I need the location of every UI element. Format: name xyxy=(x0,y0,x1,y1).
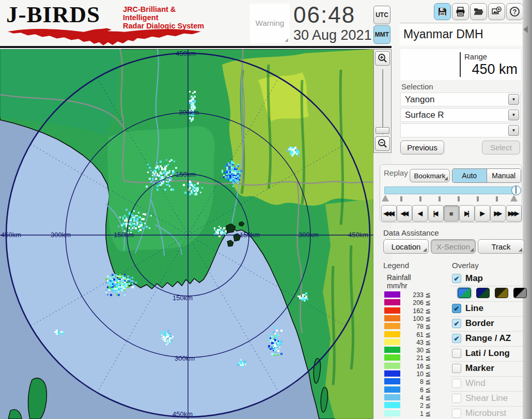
select-button[interactable]: Select xyxy=(482,141,520,154)
divider xyxy=(0,46,392,48)
panel-collapse-icon[interactable] xyxy=(523,26,528,33)
overlay-item-lati-long[interactable]: Lati / Long xyxy=(452,348,523,360)
jbirds-logo: J-BIRDS JRC-Brilliant & Intelligent Rada… xyxy=(5,1,208,46)
checkbox[interactable]: ✔ xyxy=(452,304,461,313)
jump-end-button[interactable]: ▶▶▶ xyxy=(506,205,522,222)
divider xyxy=(450,286,523,286)
overlay-item-border[interactable]: ✔Border xyxy=(452,318,523,330)
bookmark-button[interactable]: Bookmark xyxy=(410,169,450,182)
dropdown-extra[interactable]: ▼ xyxy=(400,123,521,137)
legend-value: 43 ≦ xyxy=(402,338,431,346)
map-style-gray[interactable] xyxy=(513,288,527,298)
checkbox[interactable] xyxy=(452,349,461,358)
data-assistance-label: Data Assistance xyxy=(383,228,439,237)
svg-text:450km: 450km xyxy=(1,231,21,239)
track-button[interactable]: Track xyxy=(478,239,524,254)
stop-button[interactable]: ■ xyxy=(444,205,459,222)
magnifier-minus-icon xyxy=(377,138,388,149)
timeline-end-marker[interactable] xyxy=(510,195,518,201)
zoom-out-button[interactable] xyxy=(375,136,390,151)
zoom-slider-track[interactable] xyxy=(382,69,383,134)
legend-value: 21 ≦ xyxy=(402,354,431,362)
legend-value: 206 ≦ xyxy=(402,299,431,306)
svg-text:450km: 450km xyxy=(173,410,193,418)
jump-start-button[interactable]: ◀◀◀ xyxy=(381,205,397,222)
print-button[interactable] xyxy=(452,3,469,20)
overlay-item-marker[interactable]: Marker xyxy=(452,363,523,375)
open-file-button[interactable] xyxy=(470,3,487,20)
divider xyxy=(460,52,461,77)
menu-corner-icon xyxy=(444,177,448,180)
timeline-tick xyxy=(419,196,421,201)
chevron-down-icon[interactable]: ▼ xyxy=(508,110,519,120)
map-style-olive[interactable] xyxy=(495,288,508,298)
save-button[interactable] xyxy=(434,3,451,20)
overlay-item-map[interactable]: ✔Map xyxy=(452,273,523,285)
checkbox[interactable]: ✔ xyxy=(452,334,461,343)
dropdown-product[interactable]: Surface R ▼ xyxy=(400,108,521,122)
location-button[interactable]: Location xyxy=(383,239,429,254)
checkbox[interactable]: ✔ xyxy=(452,319,461,328)
zoom-slider-thumb[interactable] xyxy=(375,127,389,134)
mmt-button[interactable]: MMT xyxy=(373,25,390,44)
warning-panel[interactable]: Warning xyxy=(250,4,290,43)
divider xyxy=(450,406,523,407)
chevron-down-icon[interactable]: ▼ xyxy=(508,125,519,136)
checkbox[interactable]: ✔ xyxy=(452,274,461,283)
legend-label: Legend xyxy=(383,261,409,270)
checkbox[interactable] xyxy=(452,364,461,373)
legend-swatch xyxy=(384,410,400,416)
divider xyxy=(450,376,523,377)
timeline-slider[interactable] xyxy=(384,187,517,194)
question-mark-icon: ? xyxy=(510,7,520,17)
manual-mode-button[interactable]: Manual xyxy=(487,169,521,182)
legend-swatch xyxy=(384,339,400,345)
svg-text:150km: 150km xyxy=(176,170,196,178)
map-style-night[interactable] xyxy=(476,288,490,298)
divider xyxy=(450,361,523,362)
overlay-item-microburst[interactable]: Microburst xyxy=(452,408,523,419)
legend-entry: 162 ≦ xyxy=(383,307,440,315)
overlay-item-range-az[interactable]: ✔Range / AZ xyxy=(452,333,523,345)
radar-map[interactable]: 450km 300km 150km 450km 300km 150km 150k… xyxy=(0,49,373,419)
legend-swatch xyxy=(384,291,400,298)
radar-map-canvas: 450km 300km 150km 450km 300km 150km 150k… xyxy=(0,49,373,419)
legend-swatch xyxy=(384,347,400,353)
legend-swatch xyxy=(384,386,400,393)
overlay-item-wind[interactable]: Wind xyxy=(452,378,523,390)
replay-label: Replay xyxy=(384,168,408,177)
play-button[interactable]: ▶ xyxy=(475,205,490,222)
svg-text:450km: 450km xyxy=(348,231,368,239)
x-section-button[interactable]: X-Section xyxy=(431,239,476,254)
zoom-in-button[interactable] xyxy=(375,51,390,66)
dropdown-site[interactable]: Yangon ▼ xyxy=(400,92,521,106)
legend-unit: Rainfall xyxy=(387,273,411,282)
fast-rewind-button[interactable]: ◀◀ xyxy=(397,205,412,222)
overlay-label: Overlay xyxy=(452,261,479,270)
logo-title: J-BIRDS xyxy=(6,1,100,28)
utc-button[interactable]: UTC xyxy=(373,6,390,24)
timeline-tick xyxy=(496,196,498,201)
auto-mode-button[interactable]: Auto xyxy=(452,169,487,182)
chevron-down-icon[interactable]: ▼ xyxy=(508,94,519,105)
step-back-button[interactable]: |◀ xyxy=(428,205,444,222)
timeline-start-marker[interactable] xyxy=(382,195,389,201)
panel-splitter[interactable] xyxy=(523,0,532,419)
svg-text:300km: 300km xyxy=(51,231,71,239)
overlay-item-line[interactable]: ✔Line xyxy=(452,303,523,315)
legend-swatch xyxy=(384,363,400,369)
timeline-slider-handle[interactable] xyxy=(511,185,521,195)
step-forward-button[interactable]: ▶| xyxy=(459,205,475,222)
overlay-item-shear-line[interactable]: Shear Line xyxy=(452,393,523,405)
clock-date: 30 Aug 2021 xyxy=(293,27,372,43)
legend-entry: 2 ≦ xyxy=(383,401,440,409)
capture-add-button[interactable] xyxy=(488,3,505,20)
play-backward-button[interactable]: ◀ xyxy=(412,205,428,222)
range-value: 450 km xyxy=(472,61,518,77)
help-button[interactable]: ? xyxy=(506,3,523,20)
legend-swatch xyxy=(384,307,400,314)
replay-group: Replay Bookmark Auto Manual ◀◀◀ ◀◀ xyxy=(380,164,522,223)
previous-button[interactable]: Previous xyxy=(400,141,444,154)
map-style-day[interactable] xyxy=(458,288,471,298)
fast-forward-button[interactable]: ▶▶ xyxy=(490,205,506,222)
